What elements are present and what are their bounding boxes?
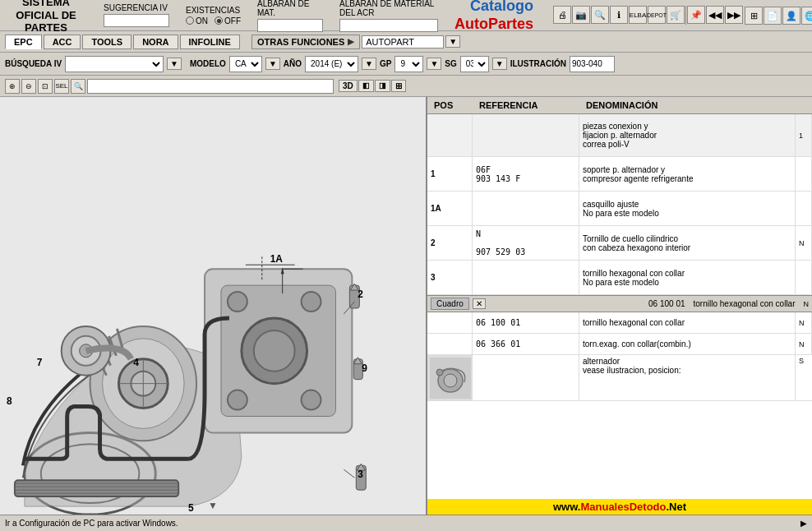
bottom-row-3[interactable]: alternador vease ilustracion, posicion: …: [427, 355, 812, 401]
busqueda-label: BÚSQUEDA IV: [5, 59, 62, 68]
camera-icon[interactable]: 📷: [572, 6, 590, 24]
row2-extra: [796, 192, 812, 225]
otras-funciones-btn[interactable]: OTRAS FUNCIONES ▶: [251, 35, 360, 49]
busqueda-select[interactable]: [65, 56, 164, 72]
nav-right-icon[interactable]: ▶▶: [725, 6, 743, 24]
svg-text:7: 7: [37, 357, 43, 368]
doc-icon[interactable]: 📄: [764, 7, 782, 25]
tab-acc[interactable]: ACC: [44, 35, 81, 49]
autopart-dropdown-btn[interactable]: ▼: [445, 35, 460, 48]
view-option1-btn[interactable]: ◧: [358, 80, 374, 92]
cuadro-ref-inline: 06 100 01: [648, 299, 685, 308]
sugerencia-input[interactable]: [104, 14, 169, 27]
website-text: www.ManualesDetodo.Net: [553, 501, 686, 513]
br2-den: torn.exag. con collar(combin.): [579, 334, 796, 354]
table-row[interactable]: 1A casquillo ajuste No para este modelo: [427, 192, 812, 226]
bottom-row-2[interactable]: 06 366 01 torn.exag. con collar(combin.)…: [427, 334, 812, 355]
zoom-fit-btn[interactable]: ⊡: [38, 79, 53, 94]
zoom-in-btn[interactable]: ⊕: [5, 79, 20, 94]
svg-point-54: [436, 369, 443, 376]
modelo-dropdown-btn[interactable]: ▼: [265, 58, 280, 70]
br3-den: alternador vease ilustracion, posicion:: [579, 355, 796, 400]
sg-select[interactable]: 03: [460, 56, 489, 72]
radio-on[interactable]: ON: [186, 16, 208, 25]
row0-ref: [473, 114, 579, 156]
sg-dropdown-btn[interactable]: ▼: [492, 58, 507, 70]
radio-off[interactable]: OFF: [215, 16, 241, 25]
diagram-panel: 1A 2 3 9 4 5 —6 7 8 ▼: [0, 97, 427, 515]
tab-nora[interactable]: NORA: [133, 35, 178, 49]
view-buttons: 3D ◧ ◨ ⊞: [339, 80, 406, 92]
row1-den: soporte p. alternador y compresor agente…: [579, 157, 796, 191]
table-icon[interactable]: ⊞: [745, 7, 763, 25]
top-bar: SISTEMA OFICIAL DE PARTES SUGERENCIA IV …: [0, 0, 812, 31]
view-3d-btn[interactable]: 3D: [339, 80, 358, 92]
modelo-select[interactable]: CA: [229, 56, 262, 72]
table-row[interactable]: 2 N 907 529 03 Tornillo de cuello cilind…: [427, 226, 812, 261]
search-icon[interactable]: 🔍: [591, 6, 609, 24]
row4-pos: 3: [427, 261, 473, 294]
parts-panel: POS REFERENCIA DENOMINACIÓN piezas conex…: [427, 97, 812, 515]
busqueda-dropdown-btn[interactable]: ▼: [167, 58, 182, 70]
br2-extra: N: [796, 334, 812, 354]
cuadro-bar: Cuadro ✕ 06 100 01 tornillo hexagonal co…: [427, 295, 812, 312]
existencias-label: EXISTENCIAS: [186, 6, 241, 15]
globe-icon[interactable]: 🌐: [801, 7, 812, 25]
tab-bar: EPC ACC TOOLS NORA INFOLINE OTRAS FUNCIO…: [0, 31, 812, 53]
zoom-out-btn[interactable]: ⊖: [21, 79, 36, 94]
elba-icon[interactable]: ELBA: [629, 6, 647, 24]
row1-pos: 1: [427, 157, 473, 191]
cuadro-label: Cuadro: [431, 298, 469, 310]
table-row[interactable]: piezas conexion y fijacion p. alternador…: [427, 114, 812, 157]
diagram-scroll-down-icon[interactable]: ▼: [208, 500, 218, 511]
col-extra-header: [792, 99, 809, 112]
print-icon[interactable]: 🖨: [553, 6, 571, 24]
svg-text:8: 8: [7, 395, 12, 407]
nav-left-icon[interactable]: ◀◀: [706, 6, 724, 24]
gp-dropdown-btn[interactable]: ▼: [427, 58, 441, 70]
br1-den: tornillo hexagonal con collar: [579, 312, 796, 333]
autopart-input[interactable]: [362, 35, 444, 48]
catalogo-title: Catalogo AutoPartes: [454, 0, 533, 33]
row4-ref: [473, 261, 579, 294]
cart-icon[interactable]: 🛒: [667, 6, 685, 24]
row1-ref: 06F 903 143 F: [473, 157, 579, 191]
svg-point-6: [302, 292, 321, 312]
albaran-mat-input[interactable]: [257, 19, 323, 32]
svg-text:4: 4: [133, 357, 139, 368]
albaran-acr-label: ALBARÁN DE MATERIAL DEL ACR: [339, 0, 438, 17]
parts-thumbnail: [427, 355, 473, 400]
view-option2-btn[interactable]: ◨: [375, 80, 390, 92]
bottom-row-1[interactable]: 06 100 01 tornillo hexagonal con collar …: [427, 312, 812, 334]
row0-extra: 1: [796, 114, 812, 156]
zoom-search-btn[interactable]: 🔍: [71, 79, 85, 94]
row4-den: tornillo hexagonal con collar No para es…: [579, 261, 796, 294]
pin-icon[interactable]: 📌: [687, 6, 705, 24]
table-row[interactable]: 1 06F 903 143 F soporte p. alternador y …: [427, 157, 812, 192]
depot-icon[interactable]: DEPOT: [648, 6, 666, 24]
albaran-acr-input[interactable]: [339, 19, 438, 32]
svg-rect-32: [15, 480, 178, 496]
diagram-search[interactable]: [87, 79, 334, 94]
ilustracion-input[interactable]: [570, 56, 615, 72]
info-icon[interactable]: ℹ: [610, 6, 628, 24]
website-banner: www.ManualesDetodo.Net: [427, 499, 812, 515]
cuadro-close-btn[interactable]: ✕: [473, 298, 486, 309]
status-arrow-icon[interactable]: ▶: [800, 519, 807, 528]
app-title: SISTEMA OFICIAL DE PARTES: [5, 0, 87, 35]
ano-select[interactable]: 2014 (E): [305, 56, 358, 72]
user-icon[interactable]: 👤: [782, 7, 800, 25]
tab-tools[interactable]: TOOLS: [82, 35, 131, 49]
table-row[interactable]: 3 tornillo hexagonal con collar No para …: [427, 261, 812, 295]
ano-dropdown-btn[interactable]: ▼: [362, 58, 376, 70]
gp-select[interactable]: 9: [394, 56, 423, 72]
view-expand-btn[interactable]: ⊞: [391, 80, 406, 92]
zoom-select-btn[interactable]: SEL: [54, 79, 69, 94]
existencias-radio: ON OFF: [186, 16, 241, 25]
tab-infoline[interactable]: INFOLINE: [180, 35, 240, 49]
sugerencia-label: SUGERENCIA IV: [104, 3, 169, 12]
svg-text:2: 2: [358, 289, 363, 300]
otras-arrow-icon: ▶: [348, 37, 354, 46]
status-message: Ir a Configuración de PC para activar Wi…: [5, 519, 792, 528]
tab-epc[interactable]: EPC: [5, 35, 42, 49]
